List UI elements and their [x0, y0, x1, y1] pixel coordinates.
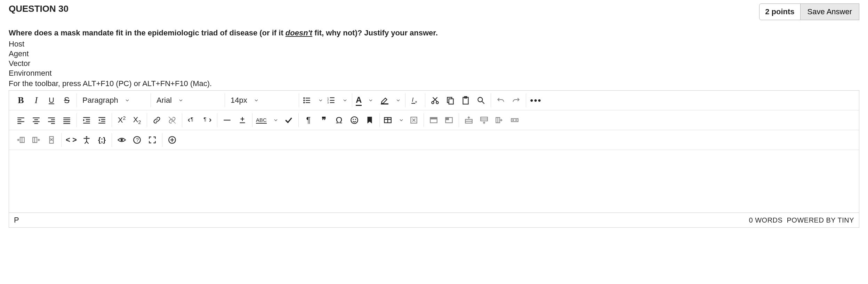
delete-row-button[interactable]: [507, 113, 522, 127]
emoji-icon: [350, 116, 359, 125]
italic-button[interactable]: I: [29, 93, 44, 107]
source-code-button[interactable]: < >: [64, 133, 79, 147]
svg-rect-23: [17, 117, 24, 118]
align-justify-icon: [62, 116, 71, 125]
svg-rect-63: [511, 119, 518, 122]
toolbar-hint: For the toolbar, press ALT+F10 (PC) or A…: [9, 79, 859, 88]
blockquote-button[interactable]: ❞: [316, 113, 331, 127]
chevron-down-icon: [273, 117, 279, 123]
horizontal-rule-button[interactable]: [219, 113, 235, 127]
rtl-button[interactable]: ¶: [200, 113, 215, 127]
redo-button[interactable]: [508, 93, 524, 107]
element-path[interactable]: P: [14, 216, 19, 225]
editor-content-area[interactable]: [9, 150, 859, 212]
subscript-button[interactable]: X2: [129, 113, 145, 127]
svg-rect-15: [411, 103, 415, 104]
help-button[interactable]: ?: [129, 133, 145, 147]
svg-rect-25: [17, 121, 24, 122]
accessibility-button[interactable]: [79, 133, 94, 147]
powered-by[interactable]: POWERED BY TINY: [787, 216, 854, 224]
chevron-down-icon: [342, 98, 348, 103]
insert-table-dropdown[interactable]: [382, 113, 406, 127]
option-host: Host: [9, 40, 859, 49]
insert-plus-icon: [238, 116, 247, 125]
toolbar-row-3: < > {;} ?: [9, 130, 859, 150]
insert-row-above-button[interactable]: [461, 113, 476, 127]
svg-rect-42: [83, 123, 90, 124]
more-button[interactable]: •••: [528, 93, 544, 107]
insert-col-right-button[interactable]: [29, 133, 44, 147]
code-sample-button[interactable]: {;}: [94, 133, 110, 147]
number-list-dropdown[interactable]: 123: [326, 93, 350, 107]
points-label: 2 points: [759, 3, 800, 20]
checkmark-button[interactable]: [281, 113, 296, 127]
bold-button[interactable]: B: [13, 93, 29, 107]
svg-point-52: [353, 119, 354, 120]
svg-point-53: [355, 119, 356, 120]
anchor-button[interactable]: [362, 113, 377, 127]
rich-text-editor: B I U S Paragraph Arial 14px: [9, 90, 859, 228]
superscript-button[interactable]: X2: [114, 113, 129, 127]
outdent-button[interactable]: [94, 113, 110, 127]
block-format-dropdown[interactable]: Paragraph: [79, 93, 148, 107]
spellcheck-dropdown[interactable]: ABC: [255, 113, 281, 127]
strikethrough-button[interactable]: S: [59, 93, 74, 107]
prompt-emphasis: doesn't: [286, 28, 312, 37]
align-right-button[interactable]: [44, 113, 59, 127]
svg-rect-9: [330, 100, 335, 101]
indent-button[interactable]: [79, 113, 94, 127]
fullscreen-button[interactable]: [145, 133, 160, 147]
insert-column-button[interactable]: [492, 113, 507, 127]
ltr-button[interactable]: ¶: [184, 113, 200, 127]
delete-col-button[interactable]: [44, 133, 59, 147]
emoji-button[interactable]: [347, 113, 362, 127]
underline-button[interactable]: U: [44, 93, 59, 107]
text-color-dropdown[interactable]: A: [354, 93, 379, 107]
svg-rect-39: [83, 117, 90, 118]
clear-formatting-button[interactable]: I×: [408, 93, 423, 107]
font-family-dropdown[interactable]: Arial: [153, 93, 223, 107]
prompt-part-b: fit, why not)? Justify your answer.: [312, 28, 438, 37]
font-size-dropdown[interactable]: 14px: [227, 93, 297, 107]
word-count[interactable]: 0 WORDS: [749, 216, 783, 224]
svg-text:I: I: [412, 96, 413, 103]
svg-rect-45: [101, 121, 105, 122]
chevron-down-icon: [254, 98, 259, 103]
chevron-down-icon: [399, 117, 404, 123]
insert-datetime-button[interactable]: [235, 113, 250, 127]
svg-rect-3: [306, 100, 310, 101]
find-replace-button[interactable]: [473, 93, 489, 107]
align-left-button[interactable]: [13, 113, 29, 127]
toolbar-row-1: B I U S Paragraph Arial 14px: [9, 91, 859, 110]
special-character-button[interactable]: Ω: [331, 113, 347, 127]
svg-rect-38: [63, 123, 70, 124]
svg-point-67: [86, 136, 87, 137]
svg-rect-28: [34, 119, 38, 120]
save-answer-button[interactable]: Save Answer: [801, 3, 859, 20]
bullet-list-icon: [303, 96, 312, 105]
plus-circle-icon: [168, 135, 177, 144]
check-icon: [284, 116, 293, 125]
unlink-icon: [168, 116, 177, 125]
add-content-button[interactable]: [164, 133, 180, 147]
delete-table-button[interactable]: [406, 113, 421, 127]
copy-icon: [446, 96, 455, 105]
remove-link-button[interactable]: [164, 113, 180, 127]
ltr-icon: ¶: [187, 116, 196, 125]
cut-button[interactable]: [427, 93, 443, 107]
show-paragraph-button[interactable]: ¶: [301, 113, 316, 127]
insert-row-below-button[interactable]: [476, 113, 492, 127]
bullet-list-dropdown[interactable]: [301, 93, 326, 107]
paste-button[interactable]: [458, 93, 473, 107]
undo-button[interactable]: [493, 93, 508, 107]
align-center-icon: [32, 116, 41, 125]
insert-link-button[interactable]: [149, 113, 164, 127]
insert-col-left-button[interactable]: [13, 133, 29, 147]
table-row-props-button[interactable]: [426, 113, 441, 127]
highlight-color-dropdown[interactable]: [379, 93, 403, 107]
copy-button[interactable]: [443, 93, 458, 107]
table-cell-props-button[interactable]: [441, 113, 457, 127]
align-justify-button[interactable]: [59, 113, 74, 127]
preview-button[interactable]: [114, 133, 129, 147]
align-center-button[interactable]: [29, 113, 44, 127]
